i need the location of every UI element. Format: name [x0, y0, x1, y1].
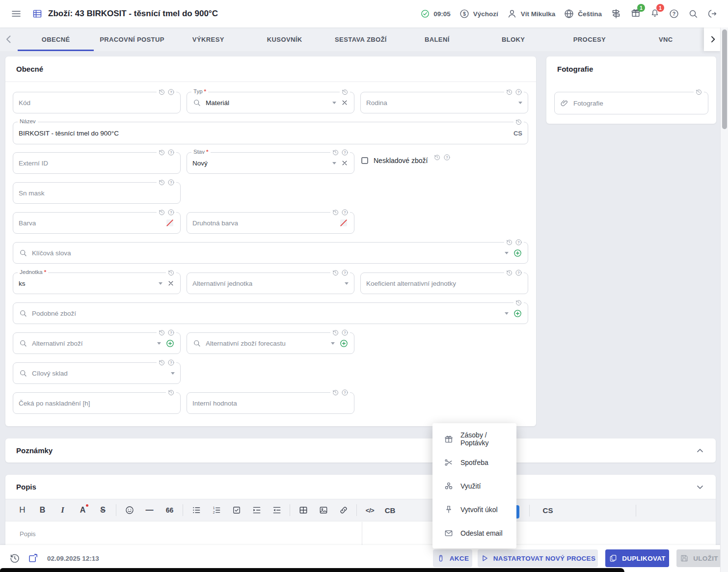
- start-process-button[interactable]: NASTARTOVAT NOVÝ PROCES: [478, 549, 598, 567]
- field-help-icon[interactable]: ?: [341, 149, 349, 156]
- rodina-field[interactable]: ? Rodina: [360, 92, 528, 113]
- language-menu[interactable]: Čeština: [564, 8, 602, 19]
- reopen-window-icon[interactable]: [27, 552, 39, 564]
- tab-vnc[interactable]: VNC: [628, 27, 704, 51]
- dropdown-icon[interactable]: [331, 342, 335, 345]
- help-icon[interactable]: ?: [669, 8, 679, 19]
- alternativni-zbozi-forecastu-field[interactable]: ? Alternativní zboží forecastu: [187, 332, 354, 354]
- menu-item-odeslat-email[interactable]: Odeslat email: [432, 521, 516, 545]
- search-icon[interactable]: [688, 8, 699, 19]
- field-help-icon[interactable]: ?: [341, 209, 349, 216]
- dropdown-icon[interactable]: [157, 342, 161, 345]
- indent-button[interactable]: [246, 503, 267, 518]
- user-menu[interactable]: Vít Mikulka: [507, 8, 556, 19]
- clear-icon[interactable]: [167, 279, 175, 287]
- history-icon[interactable]: [158, 179, 165, 186]
- collapse-icon[interactable]: [695, 446, 705, 456]
- typ-field[interactable]: Typ* Materiál: [187, 92, 354, 113]
- dropdown-icon[interactable]: [505, 252, 509, 254]
- nazev-language-tag[interactable]: CS: [513, 130, 522, 137]
- add-icon[interactable]: [339, 339, 349, 348]
- bold-button[interactable]: B: [32, 503, 53, 518]
- dropdown-icon[interactable]: [505, 312, 509, 315]
- history-icon[interactable]: [158, 149, 165, 156]
- externi-id-field[interactable]: ? Externí ID: [13, 152, 181, 174]
- akce-button[interactable]: AKCE: [433, 549, 472, 567]
- no-color-swatch-icon[interactable]: [165, 218, 175, 228]
- add-icon[interactable]: [513, 248, 522, 258]
- task-list-button[interactable]: [226, 503, 246, 518]
- field-help-icon[interactable]: ?: [167, 359, 175, 366]
- save-button[interactable]: ULOŽIT: [676, 549, 722, 567]
- insert-table-button[interactable]: [293, 503, 313, 518]
- whats-new-button[interactable]: 1: [630, 7, 641, 20]
- add-icon[interactable]: [165, 339, 175, 348]
- tab-procesy[interactable]: PROCESY: [551, 27, 627, 51]
- history-icon[interactable]: [167, 269, 175, 276]
- ceka-po-naskladneni-field[interactable]: Čeká po naskladnění [h]: [13, 392, 181, 414]
- italic-button[interactable]: I: [53, 503, 73, 518]
- neskladove-checkbox[interactable]: Neskladové zboží ?: [360, 156, 451, 165]
- field-help-icon[interactable]: ?: [167, 149, 175, 156]
- editor-language-tag[interactable]: CS: [538, 503, 558, 518]
- tab-baleni[interactable]: BALENÍ: [399, 27, 475, 51]
- outdent-button[interactable]: [267, 503, 287, 518]
- history-icon[interactable]: [332, 329, 339, 336]
- history-icon[interactable]: [158, 359, 165, 366]
- heading-button[interactable]: H: [12, 503, 32, 518]
- alternativni-jednotka-field[interactable]: ? Alternativní jednotka: [187, 272, 354, 294]
- cilovy-sklad-field[interactable]: ? Cílový sklad: [13, 362, 181, 384]
- menu-item-zasoby-poptavky[interactable]: Zásoby / Poptávky: [432, 427, 516, 451]
- history-icon[interactable]: [158, 209, 165, 216]
- stav-field[interactable]: Stav* ? Nový: [187, 152, 354, 174]
- tab-pracovni-postup[interactable]: PRACOVNÍ POSTUP: [94, 27, 170, 51]
- history-icon[interactable]: [515, 299, 522, 306]
- podobne-zbozi-field[interactable]: Podobné zboží: [13, 302, 528, 324]
- fotografie-field[interactable]: Fotografie: [554, 92, 708, 114]
- tab-bloky[interactable]: BLOKY: [475, 27, 551, 51]
- field-help-icon[interactable]: ?: [341, 389, 349, 396]
- tab-sestava-zbozi[interactable]: SESTAVA ZBOŽÍ: [323, 27, 399, 51]
- barva-field[interactable]: ? Barva: [13, 212, 181, 234]
- jednotka-field[interactable]: Jednotka* ks: [13, 272, 181, 294]
- history-icon[interactable]: [433, 154, 441, 161]
- emoji-button[interactable]: [119, 503, 139, 518]
- druhotna-barva-field[interactable]: ? Druhotná barva: [187, 212, 354, 234]
- code-button[interactable]: </>: [360, 503, 380, 518]
- ordered-list-button[interactable]: 12: [206, 503, 226, 518]
- tabs-next-button[interactable]: [704, 27, 722, 51]
- insert-image-button[interactable]: [313, 503, 333, 518]
- insert-link-button[interactable]: [333, 503, 353, 518]
- dropdown-icon[interactable]: [345, 282, 349, 285]
- dropdown-icon[interactable]: [518, 102, 522, 104]
- dropdown-icon[interactable]: [171, 372, 175, 375]
- kod-field[interactable]: ? Kód: [13, 92, 181, 113]
- history-icon[interactable]: [506, 269, 513, 276]
- sn-mask-field[interactable]: ? Sn mask: [13, 182, 181, 204]
- field-help-icon[interactable]: ?: [515, 88, 522, 96]
- clear-icon[interactable]: [341, 99, 349, 107]
- koeficient-field[interactable]: ? Koeficient alternativní jednotky: [360, 272, 528, 294]
- history-icon[interactable]: [515, 118, 522, 126]
- tab-vykresy[interactable]: VÝKRESY: [170, 27, 246, 51]
- field-help-icon[interactable]: ?: [341, 329, 349, 336]
- history-icon[interactable]: [332, 149, 339, 156]
- add-icon[interactable]: [513, 309, 522, 318]
- bullet-list-button[interactable]: [186, 503, 206, 518]
- history-icon[interactable]: [341, 88, 349, 96]
- logout-icon[interactable]: [707, 8, 718, 19]
- tab-obecne[interactable]: OBECNÉ: [18, 27, 94, 51]
- horizontal-rule-button[interactable]: —: [139, 503, 160, 518]
- history-icon[interactable]: [332, 209, 339, 216]
- history-icon[interactable]: [506, 88, 513, 96]
- scrollbar-thumb[interactable]: [722, 29, 727, 129]
- description-header[interactable]: Popis: [5, 475, 716, 499]
- history-icon[interactable]: [332, 389, 339, 396]
- record-history-icon[interactable]: [9, 552, 21, 564]
- field-help-icon[interactable]: ?: [167, 88, 175, 96]
- history-icon[interactable]: [158, 329, 165, 336]
- blockquote-button[interactable]: 66: [160, 503, 180, 518]
- notes-section[interactable]: Poznámky: [5, 438, 716, 463]
- dropdown-icon[interactable]: [159, 282, 162, 285]
- tabs-prev-icon[interactable]: [3, 33, 15, 45]
